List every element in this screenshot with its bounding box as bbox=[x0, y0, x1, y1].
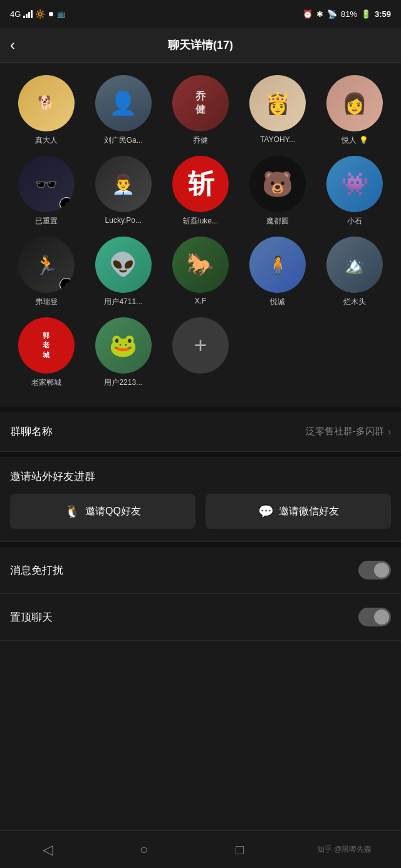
member-name: 悦诚 bbox=[249, 297, 306, 307]
member-name: X.F bbox=[172, 297, 229, 305]
battery-icon: 🔋 bbox=[361, 9, 371, 19]
avatar-img: 👽 bbox=[95, 237, 152, 293]
nav-home-button[interactable]: ○ bbox=[125, 837, 163, 862]
avatar-img: 👾 bbox=[326, 156, 383, 212]
member-name: 老家郸城 bbox=[18, 377, 75, 388]
member-name: 斩磊luke... bbox=[172, 216, 229, 227]
chevron-right-icon: › bbox=[388, 426, 391, 437]
avatar-xiaoshi[interactable]: 👾 bbox=[326, 156, 383, 212]
member-item[interactable]: 🏃 ♪ 弗瑞登 bbox=[10, 237, 82, 307]
section-divider-2 bbox=[0, 452, 401, 457]
do-not-disturb-label: 消息免打扰 bbox=[10, 563, 63, 578]
avatar-lucky[interactable]: 👨‍💼 bbox=[95, 156, 152, 212]
member-item[interactable]: 🐕 真大人 bbox=[10, 75, 82, 146]
qq-icon: 🐧 bbox=[65, 504, 80, 519]
avatar-img: 🐸 bbox=[95, 317, 152, 374]
avatar-img: 👨‍💼 bbox=[95, 156, 152, 212]
member-item[interactable]: 🐎 X.F bbox=[164, 237, 236, 307]
member-item[interactable]: 🐸 用户2213... bbox=[87, 317, 159, 388]
back-nav-icon: ◁ bbox=[43, 842, 53, 858]
nav-recents-button[interactable]: □ bbox=[221, 837, 259, 862]
member-item[interactable]: 👽 用户4711... bbox=[87, 237, 159, 307]
time: 3:59 bbox=[375, 9, 391, 19]
page-title: 聊天详情(17) bbox=[168, 38, 233, 53]
invite-qq-button[interactable]: 🐧 邀请QQ好友 bbox=[10, 494, 195, 529]
avatar-img: 👤 bbox=[95, 75, 152, 131]
tiktok-badge2: ♪ bbox=[60, 278, 73, 292]
avatar-zhaimutou[interactable]: 🏔️ bbox=[326, 237, 383, 293]
bottom-spacer bbox=[0, 641, 401, 691]
status-right: ⏰ ✱ 📡 81% 🔋 3:59 bbox=[303, 9, 391, 19]
avatar-zhanl[interactable]: 斩 bbox=[172, 156, 229, 212]
status-left: 4G 🔆 ⏺ 📺 bbox=[10, 9, 66, 19]
cast-icon: 📡 bbox=[327, 9, 337, 19]
avatar-kuma[interactable]: 🐻 bbox=[249, 156, 306, 212]
invite-section: 邀请站外好友进群 🐧 邀请QQ好友 💬 邀请微信好友 bbox=[0, 457, 401, 542]
member-item[interactable]: 👸 TAYOHY... bbox=[242, 75, 314, 146]
avatar-img: 乔健 bbox=[172, 75, 229, 131]
member-item[interactable]: 乔健 乔健 bbox=[164, 75, 236, 146]
member-item[interactable]: 🏔️ 烂木头 bbox=[319, 237, 391, 307]
tiktok-badge: ♪ bbox=[60, 197, 73, 211]
member-item[interactable]: 👨‍💼 Lucky.Po... bbox=[87, 156, 159, 227]
bottom-nav: ◁ ○ □ 知乎 @黑啤先森 bbox=[0, 830, 401, 868]
bluetooth-icon: ✱ bbox=[316, 9, 323, 19]
app-icon: 📺 bbox=[57, 10, 66, 18]
member-item[interactable]: 郭老城 老家郸城 bbox=[10, 317, 82, 388]
avatar-chongzhi[interactable]: 🕶️ ♪ bbox=[18, 156, 75, 212]
avatar-zhendarenp[interactable]: 🐕 bbox=[18, 75, 75, 131]
tiktok-icon: ⏺ bbox=[48, 10, 55, 18]
member-name: 烂木头 bbox=[326, 297, 383, 307]
group-name-row[interactable]: 群聊名称 泛零售社群-多闪群 › bbox=[0, 412, 401, 452]
avatar-img: 🐎 bbox=[172, 237, 229, 293]
wifi-icon: 🔆 bbox=[35, 9, 45, 19]
recents-nav-icon: □ bbox=[236, 842, 244, 858]
do-not-disturb-toggle[interactable] bbox=[358, 561, 391, 580]
invite-title: 邀请站外好友进群 bbox=[10, 469, 391, 484]
pin-chat-row: 置顶聊天 bbox=[0, 594, 401, 641]
avatar-laojia[interactable]: 郭老城 bbox=[18, 317, 75, 374]
member-name: TAYOHY... bbox=[249, 135, 306, 144]
avatar-img: 🐕 bbox=[18, 75, 75, 131]
member-item[interactable]: 👾 小石 bbox=[319, 156, 391, 227]
nav-back-button[interactable]: ◁ bbox=[29, 837, 67, 862]
member-grid: 🐕 真大人 👤 刘广民Ga... 乔健 乔健 👸 TAYOHY... 👩 bbox=[10, 75, 391, 388]
alarm-icon: ⏰ bbox=[303, 9, 313, 19]
avatar-img: 🏔️ bbox=[326, 237, 383, 293]
avatar-img: 🧍 bbox=[249, 237, 306, 293]
avatar-xf[interactable]: 🐎 bbox=[172, 237, 229, 293]
pin-chat-toggle[interactable] bbox=[358, 608, 391, 626]
add-member-item[interactable]: + bbox=[164, 317, 236, 388]
avatar-img: 👩 bbox=[326, 75, 383, 131]
member-item[interactable]: 🐻 魔都圆 bbox=[242, 156, 314, 227]
member-name: 弗瑞登 bbox=[18, 297, 75, 307]
avatar-yuren[interactable]: 👩 bbox=[326, 75, 383, 131]
invite-qq-label: 邀请QQ好友 bbox=[85, 505, 141, 518]
avatar-liuguangmin[interactable]: 👤 bbox=[95, 75, 152, 131]
member-item[interactable]: 👩 悦人 💡 bbox=[319, 75, 391, 146]
battery-text: 81% bbox=[341, 9, 357, 19]
header: ‹ 聊天详情(17) bbox=[0, 28, 401, 63]
member-item[interactable]: 🧍 悦诚 bbox=[242, 237, 314, 307]
avatar-img: 🐻 bbox=[249, 156, 306, 212]
member-name: 用户4711... bbox=[95, 297, 152, 307]
member-item[interactable]: 👤 刘广民Ga... bbox=[87, 75, 159, 146]
signal-bars bbox=[23, 9, 33, 18]
signal-text: 4G bbox=[10, 9, 21, 19]
avatar-furuiden[interactable]: 🏃 ♪ bbox=[18, 237, 75, 293]
avatar-yonghu2213[interactable]: 🐸 bbox=[95, 317, 152, 374]
add-member-button[interactable]: + bbox=[172, 317, 229, 374]
member-item[interactable]: 斩 斩磊luke... bbox=[164, 156, 236, 227]
back-button[interactable]: ‹ bbox=[10, 36, 15, 54]
invite-wechat-button[interactable]: 💬 邀请微信好友 bbox=[206, 494, 391, 529]
avatar-qiaojian[interactable]: 乔健 bbox=[172, 75, 229, 131]
main-content: 🐕 真大人 👤 刘广民Ga... 乔健 乔健 👸 TAYOHY... 👩 bbox=[0, 63, 401, 412]
member-item[interactable]: 🕶️ ♪ 已重置 bbox=[10, 156, 82, 227]
avatar-yonghu4711[interactable]: 👽 bbox=[95, 237, 152, 293]
avatar-yuecheng[interactable]: 🧍 bbox=[249, 237, 306, 293]
member-name: 乔健 bbox=[172, 135, 229, 146]
brand-text: 知乎 @黑啤先森 bbox=[317, 845, 372, 854]
group-name-label: 群聊名称 bbox=[10, 424, 53, 439]
section-divider-1 bbox=[0, 407, 401, 412]
avatar-tayohy[interactable]: 👸 bbox=[249, 75, 306, 131]
